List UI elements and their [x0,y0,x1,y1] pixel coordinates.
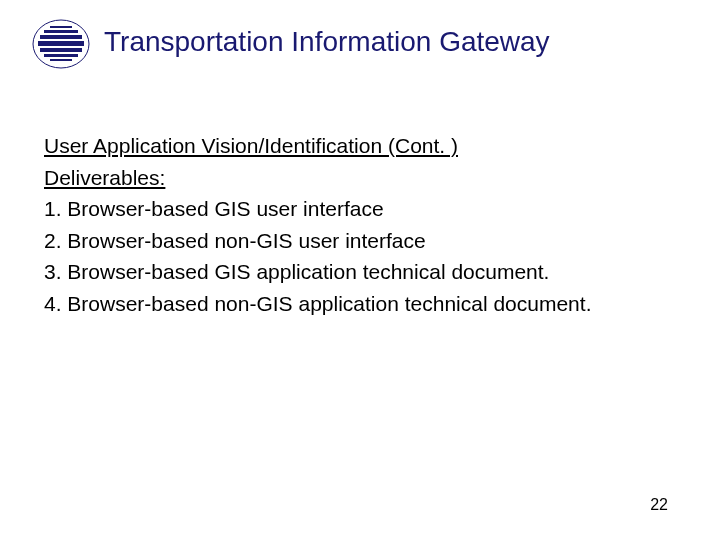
list-item: 1. Browser-based GIS user interface [44,193,676,225]
page-number: 22 [650,496,668,514]
list-item: 2. Browser-based non-GIS user interface [44,225,676,257]
slide-title: Transportation Information Gateway [104,26,550,58]
list-item: 4. Browser-based non-GIS application tec… [44,288,676,320]
svg-rect-3 [40,35,82,39]
svg-rect-1 [50,26,72,28]
slide-body: User Application Vision/Identification (… [44,130,676,319]
svg-rect-2 [44,30,78,33]
svg-rect-4 [38,41,84,46]
globe-lines-logo-icon [30,18,92,70]
svg-rect-6 [44,54,78,57]
svg-rect-5 [40,48,82,52]
section-heading: User Application Vision/Identification (… [44,130,676,162]
list-item: 3. Browser-based GIS application technic… [44,256,676,288]
deliverables-label: Deliverables: [44,162,676,194]
svg-rect-7 [50,59,72,61]
slide: Transportation Information Gateway User … [0,0,720,540]
